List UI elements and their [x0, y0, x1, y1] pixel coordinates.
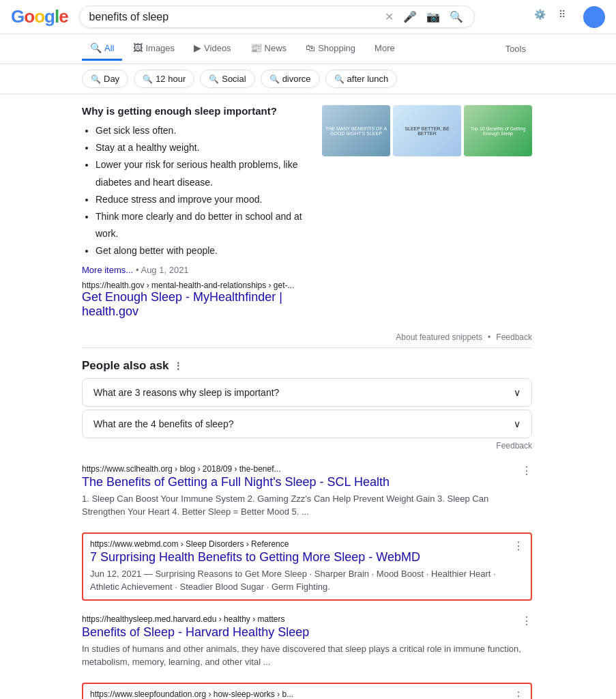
user-avatar[interactable] [583, 6, 605, 28]
paa-item-2[interactable]: What are the 4 benefits of sleep? ∨ [82, 410, 532, 438]
paa-info-icon[interactable]: ⋮ [173, 360, 183, 371]
snippet-title: Why is getting enough sleep important? [82, 105, 308, 117]
snippet-date: • Aug 1, 2021 [136, 265, 189, 275]
list-item: Get along better with people. [96, 242, 308, 259]
search-submit-icon[interactable]: 🔍 [448, 10, 465, 23]
paa-expand-icon-2: ∨ [514, 418, 520, 429]
result-scl: https://www.sclhealth.org › blog › 2018/… [82, 464, 532, 519]
snippet-text: Why is getting enough sleep important? G… [82, 105, 308, 322]
snippet-more-link[interactable]: More items... [82, 265, 133, 275]
chip-day-icon: 🔍 [91, 74, 101, 84]
snippet-feedback[interactable]: Feedback [496, 332, 532, 342]
chip-day[interactable]: 🔍 Day [82, 70, 128, 88]
google-logo: Google [11, 6, 68, 27]
result-harvard-url: https://healthysleep.med.harvard.edu › h… [82, 614, 309, 624]
apps-icon[interactable]: ⠿ [559, 9, 575, 25]
result-scl-url: https://www.sclhealth.org › blog › 2018/… [82, 464, 390, 474]
tools-button[interactable]: Tools [497, 38, 534, 59]
snippet-image-1: THE MANY BENEFITS OF A GOOD NIGHT'S SLEE… [322, 105, 390, 156]
shopping-icon: 🛍 [306, 42, 315, 53]
settings-icon[interactable]: ⚙️ [534, 9, 551, 25]
tab-more[interactable]: More [366, 38, 403, 61]
tab-news[interactable]: 📰 News [242, 37, 295, 61]
snippet-images: THE MANY BENEFITS OF A GOOD NIGHT'S SLEE… [322, 105, 532, 322]
chip-social[interactable]: 🔍 Social [200, 70, 254, 88]
news-icon: 📰 [250, 42, 262, 53]
snippet-image-2: SLEEP BETTER, BE BETTER [393, 105, 461, 156]
snippet-image-3: Top 10 Benefits of Getting Enough Sleep [464, 105, 532, 156]
voice-search-icon[interactable]: 🎤 [402, 10, 418, 23]
chip-social-icon: 🔍 [209, 74, 219, 84]
videos-icon: ▶ [194, 42, 201, 53]
search-icons: ✕ 🎤 📷 🔍 [383, 10, 465, 23]
result-webmd-header: https://www.webmd.com › Sleep Disorders … [90, 539, 524, 567]
list-item: Get sick less often. [96, 122, 308, 139]
tab-shopping[interactable]: 🛍 Shopping [297, 37, 364, 61]
chip-12hour[interactable]: 🔍 12 hour [134, 70, 194, 88]
paa-feedback[interactable]: Feedback [82, 441, 532, 451]
chip-12hour-icon: 🔍 [143, 74, 153, 84]
list-item: Think more clearly and do better in scho… [96, 208, 308, 242]
list-item: Stay at a healthy weight. [96, 139, 308, 156]
tab-videos[interactable]: ▶ Videos [186, 37, 239, 61]
paa-title: People also ask ⋮ [82, 359, 532, 373]
images-icon: 🖼 [133, 42, 143, 53]
source-url: https://health.gov › mental-health-and-r… [82, 281, 308, 290]
snippet-list: Get sick less often. Stay at a healthy w… [82, 122, 308, 260]
result-harvard: https://healthysleep.med.harvard.edu › h… [82, 614, 532, 669]
result-sleepfoundation-more[interactable]: ⋮ [513, 689, 524, 700]
chip-after-lunch-icon: 🔍 [334, 74, 344, 84]
result-sleepfoundation: https://www.sleepfoundation.org › how-sl… [82, 683, 532, 700]
result-harvard-title[interactable]: Benefits of Sleep - Harvard Healthy Slee… [82, 625, 309, 640]
result-harvard-more[interactable]: ⋮ [521, 614, 532, 627]
paa-expand-icon-1: ∨ [514, 387, 520, 398]
all-icon: 🔍 [90, 42, 102, 53]
result-webmd-title[interactable]: 7 Surprising Health Benefits to Getting … [90, 550, 420, 565]
tab-all[interactable]: 🔍 All [82, 37, 122, 61]
chip-after-lunch[interactable]: 🔍 after lunch [325, 70, 398, 88]
result-webmd: https://www.webmd.com › Sleep Disorders … [82, 532, 532, 601]
header-right: ⚙️ ⠿ [534, 6, 605, 28]
list-item: Reduce stress and improve your mood. [96, 191, 308, 208]
result-harvard-snippet: In studies of humans and other animals, … [82, 642, 532, 669]
featured-snippet: Why is getting enough sleep important? G… [82, 105, 532, 322]
image-search-icon[interactable]: 📷 [425, 10, 441, 23]
search-input[interactable] [89, 11, 383, 23]
result-webmd-more[interactable]: ⋮ [513, 539, 524, 552]
result-scl-header: https://www.sclhealth.org › blog › 2018/… [82, 464, 532, 492]
snippet-divider: • [488, 332, 490, 342]
result-sleepfoundation-url: https://www.sleepfoundation.org › how-sl… [90, 689, 360, 699]
result-webmd-snippet: Jun 12, 2021 — Surprising Reasons to Get… [90, 567, 524, 594]
tab-images[interactable]: 🖼 Images [125, 37, 183, 61]
list-item: Lower your risk for serious health probl… [96, 156, 308, 190]
result-webmd-url: https://www.webmd.com › Sleep Disorders … [90, 539, 420, 549]
result-scl-title[interactable]: The Benefits of Getting a Full Night's S… [82, 475, 390, 489]
result-scl-more[interactable]: ⋮ [521, 464, 532, 477]
header: Google ✕ 🎤 📷 🔍 ⚙️ ⠿ [0, 0, 616, 34]
main-content: Why is getting enough sleep important? G… [0, 94, 614, 699]
result-harvard-header: https://healthysleep.med.harvard.edu › h… [82, 614, 532, 642]
nav-tabs: 🔍 All 🖼 Images ▶ Videos 📰 News 🛍 Shoppin… [0, 34, 616, 64]
chip-divorce-icon: 🔍 [269, 74, 280, 84]
result-scl-snippet: 1. Sleep Can Boost Your Immune System 2.… [82, 492, 532, 519]
paa-item-1[interactable]: What are 3 reasons why sleep is importan… [82, 378, 532, 407]
result-sleepfoundation-header: https://www.sleepfoundation.org › how-sl… [90, 689, 524, 700]
about-featured-snippets[interactable]: About featured snippets [396, 332, 482, 342]
people-also-ask-section: People also ask ⋮ What are 3 reasons why… [82, 359, 532, 451]
chip-divorce[interactable]: 🔍 divorce [261, 70, 320, 88]
snippet-link[interactable]: Get Enough Sleep - MyHealthfinder | heal… [82, 290, 308, 319]
clear-icon[interactable]: ✕ [383, 10, 395, 23]
filter-chips: 🔍 Day 🔍 12 hour 🔍 Social 🔍 divorce 🔍 aft… [0, 64, 616, 94]
snippet-footer: About featured snippets • Feedback [82, 332, 532, 348]
search-bar[interactable]: ✕ 🎤 📷 🔍 [79, 5, 475, 28]
